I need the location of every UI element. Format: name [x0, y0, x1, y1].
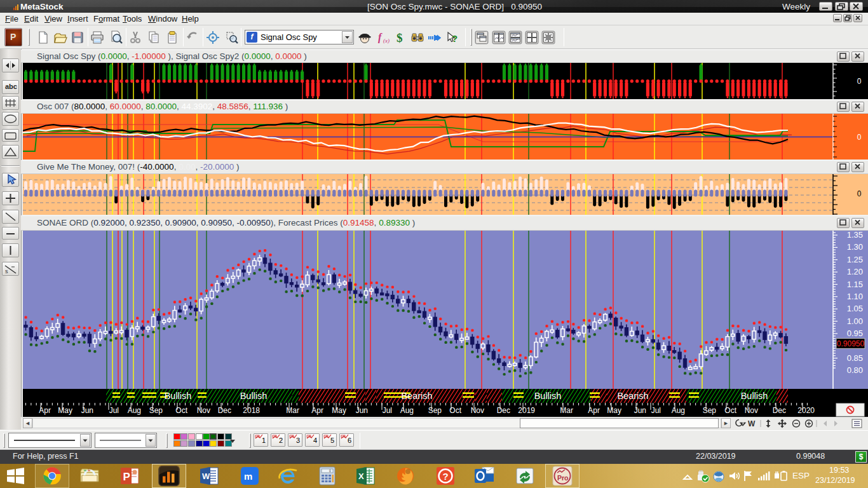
svg-text:Bearish: Bearish: [617, 391, 648, 401]
svg-text:0.85: 0.85: [847, 353, 863, 363]
svg-text:Apr: Apr: [311, 406, 323, 415]
svg-text:Nov: Nov: [745, 406, 758, 415]
svg-text:Sep: Sep: [703, 406, 717, 415]
svg-text:Dec: Dec: [497, 406, 510, 415]
svg-text:0: 0: [857, 189, 862, 198]
svg-text:Jul: Jul: [383, 406, 392, 415]
svg-text:1.00: 1.00: [847, 316, 863, 326]
svg-text:Bearish: Bearish: [401, 391, 432, 401]
svg-text:May: May: [58, 406, 72, 415]
svg-text:Oct: Oct: [724, 406, 736, 415]
svg-text:1.15: 1.15: [847, 280, 863, 289]
svg-text:Jun: Jun: [356, 406, 368, 415]
svg-text:2019: 2019: [518, 406, 535, 415]
svg-text:Dec: Dec: [218, 406, 231, 415]
svg-text:May: May: [607, 406, 621, 415]
svg-text:Nov: Nov: [471, 406, 484, 415]
svg-text:1.35: 1.35: [847, 230, 863, 240]
svg-text:f: f: [378, 32, 383, 43]
svg-text:1.20: 1.20: [847, 267, 863, 276]
svg-text:?: ?: [443, 471, 449, 482]
svg-text:Bullish: Bullish: [165, 391, 192, 401]
svg-text:May: May: [332, 406, 346, 415]
svg-text:P: P: [123, 471, 130, 483]
svg-text:0: 0: [857, 133, 862, 142]
svg-text:Sep: Sep: [149, 406, 163, 415]
svg-text:0.80: 0.80: [847, 365, 863, 375]
svg-text:Bullish: Bullish: [240, 391, 268, 401]
svg-text:Apr: Apr: [39, 406, 51, 415]
svg-text:0.95: 0.95: [847, 329, 863, 338]
svg-text:1.25: 1.25: [847, 255, 863, 264]
svg-text:m: m: [244, 471, 252, 482]
svg-text:Mar: Mar: [560, 406, 573, 415]
svg-text:0.90950: 0.90950: [837, 339, 865, 348]
svg-text:Sep: Sep: [428, 406, 442, 415]
svg-text:s: s: [5, 268, 8, 274]
svg-text:1.30: 1.30: [847, 242, 863, 252]
svg-text:Mar: Mar: [286, 406, 299, 415]
svg-text:Jul: Jul: [651, 406, 661, 415]
svg-text:Dec: Dec: [773, 406, 786, 415]
svg-text:?: ?: [452, 33, 458, 44]
svg-text:2020: 2020: [797, 406, 815, 415]
svg-text:$: $: [397, 31, 403, 44]
svg-text:Bullish: Bullish: [741, 391, 768, 401]
svg-text:0: 0: [329, 469, 331, 473]
svg-text:W: W: [748, 419, 756, 428]
svg-text:Aug: Aug: [672, 406, 685, 415]
svg-text:(x): (x): [383, 37, 390, 44]
svg-text:Nov: Nov: [197, 406, 210, 415]
svg-text:1.10: 1.10: [847, 292, 863, 301]
svg-text:Jun: Jun: [634, 406, 646, 415]
svg-text:Pro: Pro: [557, 474, 569, 482]
svg-text:Aug: Aug: [400, 406, 414, 415]
svg-text:Jun: Jun: [81, 406, 93, 415]
svg-text:X: X: [358, 471, 364, 481]
svg-text:2018: 2018: [243, 406, 260, 415]
svg-text:Oct: Oct: [175, 406, 187, 415]
svg-text:0: 0: [857, 77, 862, 86]
svg-text:Aug: Aug: [128, 406, 141, 415]
svg-text:W: W: [202, 471, 210, 481]
svg-text:Jul: Jul: [109, 406, 119, 415]
svg-text:1.05: 1.05: [847, 304, 863, 313]
svg-text:Apr: Apr: [588, 406, 600, 415]
svg-text:Bullish: Bullish: [534, 391, 562, 401]
svg-text:Oct: Oct: [449, 406, 461, 415]
